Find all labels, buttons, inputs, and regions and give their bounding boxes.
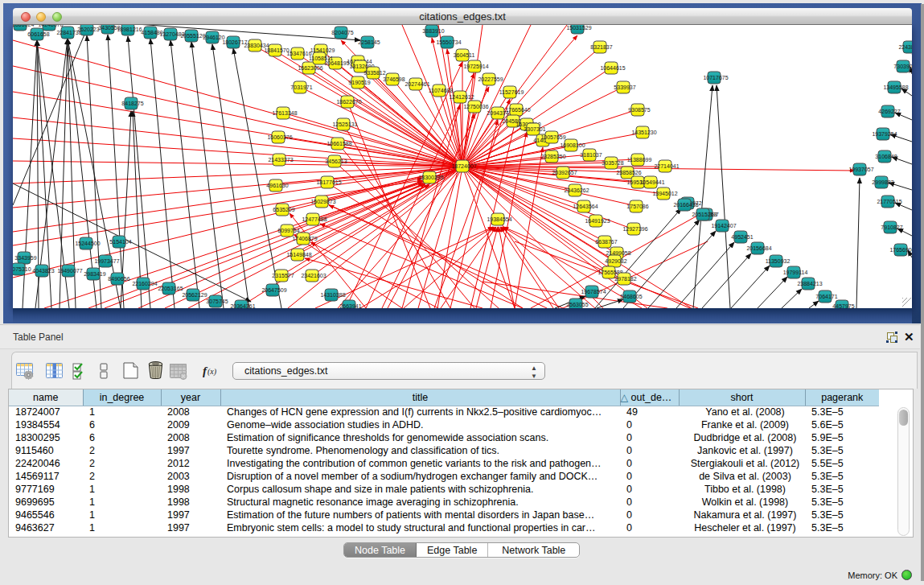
svg-text:20364361: 20364361	[230, 303, 255, 308]
svg-text:2978182: 2978182	[614, 276, 636, 282]
svg-text:16908100: 16908100	[560, 142, 585, 148]
svg-text:2315577: 2315577	[272, 273, 294, 278]
svg-text:19384554: 19384554	[487, 216, 511, 222]
svg-text:7064171: 7064171	[815, 294, 837, 299]
svg-text:11074688: 11074688	[429, 88, 454, 93]
svg-text:12525131: 12525131	[332, 122, 357, 127]
svg-text:18841570: 18841570	[264, 47, 289, 53]
svg-text:11058511: 11058511	[309, 56, 333, 61]
svg-text:16060376: 16060376	[267, 134, 292, 140]
svg-text:10661588: 10661588	[326, 141, 351, 146]
svg-text:8204075: 8204075	[331, 30, 353, 35]
svg-text:12927396: 12927396	[622, 226, 647, 232]
svg-text:20166438: 20166438	[673, 202, 698, 208]
svg-text:10549441: 10549441	[639, 179, 664, 185]
svg-text:19937057: 19937057	[848, 167, 873, 172]
svg-text:19142407: 19142407	[711, 223, 736, 229]
svg-text:17613348: 17613348	[272, 110, 297, 116]
svg-text:3746598: 3746598	[383, 76, 405, 82]
svg-text:18177615: 18177615	[316, 179, 341, 185]
svg-text:4929082: 4929082	[605, 258, 626, 264]
svg-text:5468605: 5468605	[620, 294, 642, 299]
svg-text:2663941: 2663941	[339, 303, 361, 308]
svg-text:11350932: 11350932	[766, 258, 791, 264]
svg-text:9308575: 9308575	[628, 107, 650, 113]
svg-text:20647509: 20647509	[261, 287, 286, 293]
svg-text:18622670: 18622670	[336, 99, 361, 105]
svg-text:3456213: 3456213	[325, 159, 347, 164]
svg-text:14248078: 14248078	[38, 25, 63, 27]
svg-text:16623006: 16623006	[298, 65, 322, 71]
svg-text:15149848: 15149848	[286, 252, 311, 257]
svg-text:18300295: 18300295	[418, 175, 443, 180]
svg-text:6638767: 6638767	[595, 239, 617, 245]
svg-text:6099754: 6099754	[277, 228, 299, 233]
svg-text:13495588: 13495588	[883, 84, 908, 90]
svg-text:7910827: 7910827	[881, 225, 902, 230]
svg-text:3307301: 3307301	[524, 126, 545, 132]
svg-text:20555120: 20555120	[180, 33, 205, 39]
svg-text:11388699: 11388699	[627, 157, 652, 163]
svg-text:22053165: 22053165	[158, 286, 183, 291]
svg-text:5339937: 5339937	[614, 84, 635, 90]
svg-text:11866024: 11866024	[13, 25, 34, 27]
svg-text:23421603: 23421603	[301, 273, 326, 278]
svg-text:15031529: 15031529	[566, 25, 591, 31]
svg-text:19678574: 19678574	[581, 289, 606, 295]
svg-text:8490656: 8490656	[108, 276, 129, 282]
svg-text:3181037: 3181037	[580, 152, 602, 158]
svg-text:9075310: 9075310	[13, 266, 31, 272]
svg-text:12750036: 12750036	[463, 104, 488, 109]
svg-text:20227559: 20227559	[478, 76, 503, 82]
svg-text:18981216: 18981216	[117, 27, 142, 32]
svg-text:22714041: 22714041	[654, 163, 679, 169]
svg-text:2563055: 2563055	[566, 302, 588, 307]
svg-text:22160294: 22160294	[132, 281, 157, 286]
svg-text:20392657: 20392657	[552, 170, 577, 175]
svg-text:10644615: 10644615	[600, 65, 625, 71]
svg-text:2983419: 2983419	[84, 271, 105, 277]
svg-text:7031971: 7031971	[290, 84, 312, 90]
svg-text:23285250: 23285250	[540, 154, 565, 159]
svg-text:2620223: 2620223	[77, 27, 99, 32]
svg-text:19725914: 19725914	[463, 64, 488, 69]
svg-text:3075745: 3075745	[206, 299, 228, 304]
svg-text:18724007: 18724007	[451, 163, 476, 169]
svg-text:19799114: 19799114	[783, 270, 808, 275]
svg-text:22438378: 22438378	[898, 44, 912, 50]
svg-text:16491923: 16491923	[585, 218, 610, 224]
svg-text:11527619: 11527619	[499, 89, 524, 95]
svg-text:4043823: 4043823	[32, 268, 54, 274]
svg-text:2999883: 2999883	[872, 179, 893, 185]
svg-text:6061658: 6061658	[27, 31, 49, 37]
svg-text:12643564: 12643564	[573, 204, 598, 209]
svg-text:20648195: 20648195	[324, 60, 349, 66]
svg-text:3343959: 3343959	[14, 255, 36, 261]
svg-text:23884213: 23884213	[797, 281, 822, 286]
svg-text:21770515: 21770515	[877, 199, 901, 204]
svg-text:3035728: 3035728	[602, 160, 623, 166]
svg-text:6535209: 6535209	[273, 207, 294, 212]
svg-text:15244500: 15244500	[75, 241, 100, 246]
svg-text:5154104: 5154104	[109, 239, 131, 245]
svg-text:10057659: 10057659	[540, 134, 565, 140]
svg-text:20562129: 20562129	[182, 292, 207, 298]
svg-text:17665640: 17665640	[505, 107, 530, 113]
svg-text:14351230: 14351230	[631, 130, 656, 135]
svg-text:8321837: 8321837	[590, 44, 612, 50]
svg-text:3883910: 3883910	[422, 28, 444, 34]
svg-text:19490077: 19490077	[57, 268, 82, 274]
svg-text:20274461: 20274461	[405, 81, 429, 87]
svg-text:8418275: 8418275	[121, 101, 143, 106]
svg-text:17656906: 17656906	[889, 247, 912, 253]
svg-text:9335812: 9335812	[363, 70, 385, 76]
svg-text:12412612: 12412612	[449, 94, 474, 100]
svg-text:2258145: 2258145	[358, 39, 380, 45]
svg-text:4961630: 4961630	[266, 183, 288, 188]
svg-text:10717675: 10717675	[703, 75, 728, 80]
svg-text:4269227: 4269227	[878, 109, 900, 114]
svg-text:20156684: 20156684	[746, 245, 771, 251]
svg-text:3106848: 3106848	[875, 154, 897, 159]
svg-text:19379254: 19379254	[872, 131, 897, 137]
svg-text:12477488: 12477488	[302, 216, 326, 222]
